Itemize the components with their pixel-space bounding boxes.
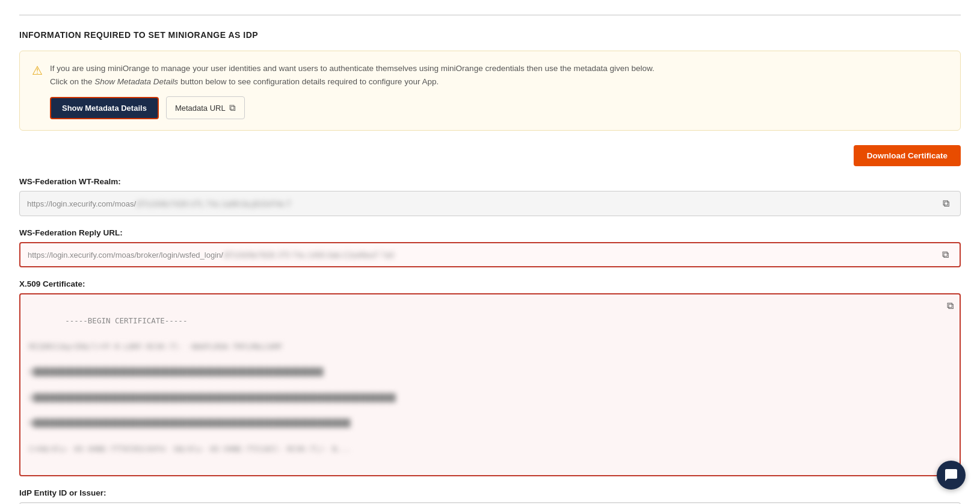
x509-copy-button[interactable]: ⧉ xyxy=(947,300,954,311)
wt-realm-label: WS-Federation WT-Realm: xyxy=(19,177,961,186)
metadata-url-button[interactable]: Metadata URL ⧉ xyxy=(166,96,245,119)
x509-field-group: X.509 Certificate: ⧉ -----BEGIN CERTIFIC… xyxy=(19,279,961,476)
chat-icon xyxy=(944,468,958,482)
alert-box: ⚠ If you are using miniOrange to manage … xyxy=(19,51,961,131)
download-certificate-button[interactable]: Download Certificate xyxy=(854,145,961,166)
alert-text-2: Click on the Show Metadata Details butto… xyxy=(50,77,439,86)
section-title: INFORMATION REQUIRED TO SET MINIORANGE A… xyxy=(19,30,961,40)
reply-url-value: https://login.xecurify.com/moas/broker/l… xyxy=(28,244,938,266)
reply-url-input: https://login.xecurify.com/moas/broker/l… xyxy=(19,242,961,267)
alert-text: If you are using miniOrange to manage yo… xyxy=(50,62,948,88)
copy-icon: ⧉ xyxy=(229,102,236,113)
chat-support-button[interactable] xyxy=(937,461,966,490)
download-cert-row: Download Certificate xyxy=(19,145,961,166)
show-metadata-details-button[interactable]: Show Metadata Details xyxy=(50,97,159,119)
wt-realm-copy-button[interactable]: ⧉ xyxy=(939,196,953,211)
idp-entity-label: IdP Entity ID or Issuer: xyxy=(19,488,961,497)
x509-textarea: ⧉ -----BEGIN CERTIFICATE----- MIIDRCCAq+… xyxy=(19,293,961,476)
wt-realm-input: https://login.xecurify.com/moas/2f7c24/8… xyxy=(19,191,961,216)
x509-label: X.509 Certificate: xyxy=(19,279,961,288)
x509-content: -----BEGIN CERTIFICATE----- MIIDRCCAq+IR… xyxy=(29,302,931,468)
alert-content: If you are using miniOrange to manage yo… xyxy=(50,62,948,119)
alert-buttons: Show Metadata Details Metadata URL ⧉ xyxy=(50,96,948,119)
reply-url-label: WS-Federation Reply URL: xyxy=(19,228,961,237)
wt-realm-field-group: WS-Federation WT-Realm: https://login.xe… xyxy=(19,177,961,216)
warning-icon: ⚠ xyxy=(32,63,43,78)
reply-url-copy-button[interactable]: ⧉ xyxy=(938,247,952,263)
idp-entity-field-group: IdP Entity ID or Issuer: https://login.x… xyxy=(19,488,961,504)
reply-url-field-group: WS-Federation Reply URL: https://login.x… xyxy=(19,228,961,267)
wt-realm-value: https://login.xecurify.com/moas/2f7c24/8… xyxy=(27,193,939,214)
